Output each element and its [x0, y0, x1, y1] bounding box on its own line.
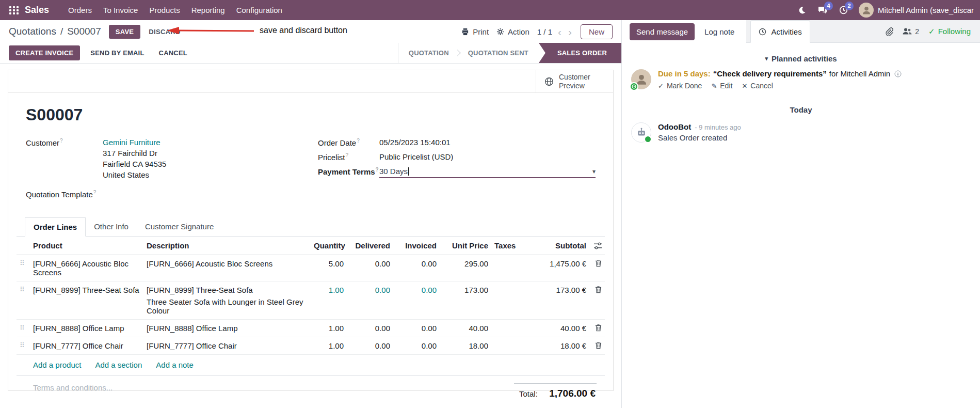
edit-activity-button[interactable]: ✎ Edit	[711, 82, 732, 90]
cell-description[interactable]: [FURN_8999] Three-Seat Sofa Three Seater…	[143, 281, 311, 320]
menu-products[interactable]: Products	[143, 1, 185, 20]
bot-badge	[644, 135, 652, 143]
breadcrumb-quotations[interactable]: Quotations	[9, 26, 56, 37]
tab-customer-signature[interactable]: Customer Signature	[137, 217, 222, 236]
cell-unit-price[interactable]: 295.00	[440, 255, 491, 281]
cell-description[interactable]: [FURN_7777] Office Chair	[143, 337, 311, 355]
app-name[interactable]: Sales	[25, 5, 49, 15]
cell-product[interactable]: [FURN_8999] Three-Seat Sofa	[30, 281, 143, 320]
cell-delivered[interactable]: 0.00	[347, 337, 393, 355]
tab-activities[interactable]: Activities	[750, 20, 810, 43]
customer-preview-button[interactable]: Customer Preview	[536, 70, 613, 92]
tab-other-info[interactable]: Other Info	[86, 217, 137, 236]
action-button[interactable]: Action	[496, 27, 529, 36]
col-invoiced[interactable]: Invoiced	[393, 237, 440, 255]
info-icon[interactable]	[894, 70, 902, 77]
description-line-2: Three Seater Sofa with Lounger in Steel …	[147, 297, 308, 315]
add-section-link[interactable]: Add a section	[95, 360, 142, 369]
payment-terms-input[interactable]: 30 Days ▾	[379, 167, 596, 178]
cell-delivered[interactable]: 0.00	[347, 255, 393, 281]
attachments-button[interactable]	[885, 27, 893, 36]
cell-quantity[interactable]: 5.00	[311, 255, 347, 281]
trash-icon[interactable]	[592, 286, 602, 293]
cell-description[interactable]: [FURN_6666] Acoustic Bloc Screens	[143, 255, 311, 281]
order-date-field[interactable]: 05/25/2023 15:40:01	[379, 138, 451, 147]
cell-unit-price[interactable]: 40.00	[440, 320, 491, 337]
messages-button[interactable]: 4	[813, 2, 832, 19]
menu-configuration[interactable]: Configuration	[231, 1, 288, 20]
stage-quotation-sent[interactable]: QUOTATION SENT	[458, 43, 539, 63]
cell-invoiced[interactable]: 0.00	[393, 281, 440, 320]
followers-button[interactable]: 2	[903, 27, 919, 36]
dropdown-caret-icon[interactable]: ▾	[592, 168, 596, 175]
activities-button[interactable]: 2	[834, 2, 853, 19]
sliders-icon[interactable]	[592, 242, 602, 249]
cancel-button[interactable]: CANCEL	[155, 45, 191, 60]
send-message-button[interactable]: Send message	[630, 23, 695, 40]
col-product[interactable]: Product	[30, 237, 143, 255]
print-button[interactable]: Print	[461, 27, 489, 36]
form-sheet: Customer Preview S00007 Customer? Gemini…	[8, 70, 614, 391]
cell-delivered[interactable]: 0.00	[347, 320, 393, 337]
cell-unit-price[interactable]: 18.00	[440, 337, 491, 355]
cell-product[interactable]: [FURN_6666] Acoustic Bloc Screens	[30, 255, 143, 281]
cancel-activity-button[interactable]: ✕ Cancel	[742, 82, 773, 90]
col-taxes[interactable]: Taxes	[491, 237, 537, 255]
planned-activities-header[interactable]: ▾ Planned activities	[622, 54, 980, 63]
terms-and-conditions-placeholder[interactable]: Terms and conditions...	[25, 383, 113, 399]
mark-done-button[interactable]: ✓ Mark Done	[658, 82, 702, 90]
cell-unit-price[interactable]: 173.00	[440, 281, 491, 320]
add-note-link[interactable]: Add a note	[156, 360, 194, 369]
drag-handle-icon[interactable]: ⠿	[17, 255, 30, 281]
chatter-panel: Send message Log note Activities	[622, 20, 980, 408]
cell-delivered[interactable]: 0.00	[347, 281, 393, 320]
drag-handle-icon[interactable]: ⠿	[17, 337, 30, 355]
col-subtotal[interactable]: Subtotal	[537, 237, 589, 255]
cell-invoiced[interactable]: 0.00	[393, 337, 440, 355]
cell-invoiced[interactable]: 0.00	[393, 255, 440, 281]
pager-previous-icon[interactable]: ‹	[557, 26, 563, 37]
create-invoice-button[interactable]: CREATE INVOICE	[9, 45, 80, 60]
text-cursor	[408, 167, 409, 176]
following-button[interactable]: ✓ Following	[928, 27, 971, 36]
cell-quantity[interactable]: 1.00	[311, 337, 347, 355]
cell-taxes[interactable]	[491, 337, 537, 355]
user-menu[interactable]: Mitchell Admin (save_discar	[859, 3, 974, 18]
dark-mode-toggle[interactable]	[793, 2, 811, 19]
add-product-link[interactable]: Add a product	[33, 360, 81, 369]
pager-next-icon[interactable]: ›	[567, 26, 573, 37]
drag-handle-icon[interactable]: ⠿	[17, 281, 30, 320]
tab-order-lines[interactable]: Order Lines	[25, 217, 86, 237]
menu-orders[interactable]: Orders	[62, 1, 98, 20]
stage-sales-order[interactable]: SALES ORDER	[539, 43, 621, 63]
send-by-email-button[interactable]: SEND BY EMAIL	[86, 45, 148, 60]
trash-icon[interactable]	[592, 341, 602, 349]
cell-product[interactable]: [FURN_8888] Office Lamp	[30, 320, 143, 337]
cell-description[interactable]: [FURN_8888] Office Lamp	[143, 320, 311, 337]
customer-link[interactable]: Gemini Furniture	[103, 138, 160, 147]
col-unit-price[interactable]: Unit Price	[440, 237, 491, 255]
pager: 1 / 1 ‹ ›	[537, 26, 573, 37]
trash-icon[interactable]	[592, 259, 602, 267]
cell-taxes[interactable]	[491, 320, 537, 337]
stage-quotation[interactable]: QUOTATION	[398, 43, 459, 63]
menu-reporting[interactable]: Reporting	[186, 1, 231, 20]
cell-quantity[interactable]: 1.00	[311, 320, 347, 337]
message-author[interactable]: OdooBot	[658, 122, 691, 131]
cell-quantity[interactable]: 1.00	[311, 281, 347, 320]
cell-invoiced[interactable]: 0.00	[393, 320, 440, 337]
apps-menu-icon[interactable]	[9, 6, 19, 14]
col-quantity[interactable]: Quantity	[311, 237, 347, 255]
drag-handle-icon[interactable]: ⠿	[17, 320, 30, 337]
log-note-button[interactable]: Log note	[698, 23, 741, 40]
save-button[interactable]: SAVE	[109, 25, 141, 39]
cell-taxes[interactable]	[491, 281, 537, 320]
pricelist-field[interactable]: Public Pricelist (USD)	[379, 152, 453, 162]
menu-to-invoice[interactable]: To Invoice	[98, 1, 144, 20]
new-button[interactable]: New	[581, 24, 613, 39]
col-delivered[interactable]: Delivered	[347, 237, 393, 255]
trash-icon[interactable]	[592, 324, 602, 332]
cell-taxes[interactable]	[491, 255, 537, 281]
col-description[interactable]: Description	[143, 237, 311, 255]
cell-product[interactable]: [FURN_7777] Office Chair	[30, 337, 143, 355]
